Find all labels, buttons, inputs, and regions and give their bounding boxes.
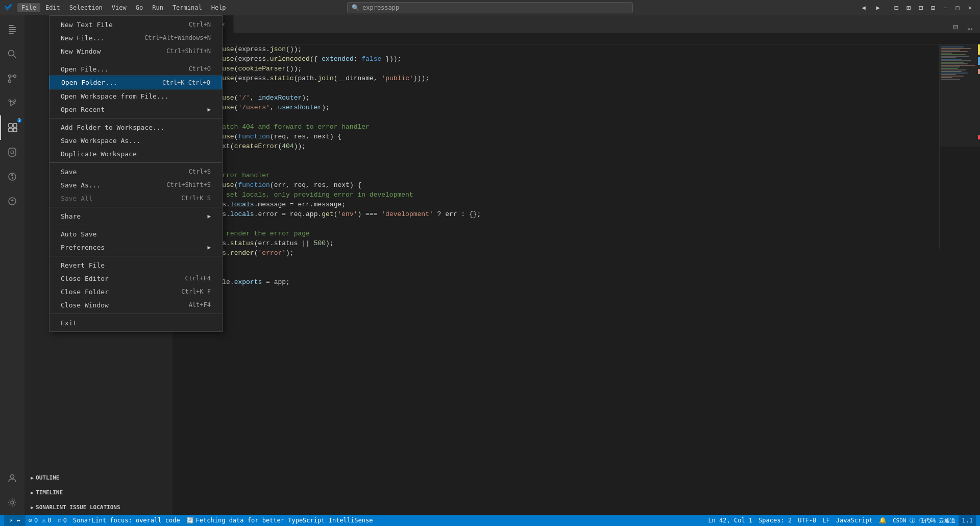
activity-source-control[interactable] (0, 66, 24, 91)
dropdown-item-save-workspace-as[interactable]: Save Workspace As... (50, 134, 222, 147)
menu-help[interactable]: Help (207, 3, 230, 12)
activity-run-debug[interactable] (0, 91, 24, 115)
fetching-status[interactable]: 🔄 Fetching data for better TypeScript In… (183, 515, 376, 526)
dropdown-item-revert-file[interactable]: Revert File (50, 258, 222, 272)
activity-search[interactable] (0, 42, 24, 66)
outline-header[interactable]: ▶ OUTLINE (24, 472, 173, 483)
code-content[interactable]: app.use(express.json());app.use(express.… (198, 44, 980, 515)
menu-edit[interactable]: Edit (41, 3, 64, 12)
dropdown-item-open-workspace[interactable]: Open Workspace from File... (50, 89, 222, 103)
menu-file[interactable]: File (17, 3, 40, 12)
language-status[interactable]: JavaScript (833, 515, 876, 526)
customize-layout-btn[interactable]: ⊡ (927, 4, 939, 11)
dropdown-item-shortcut-open-file: Ctrl+O (189, 65, 211, 73)
chevron-right-icon-2: ▶ (31, 490, 34, 495)
activity-extensions[interactable]: 3 (0, 115, 24, 140)
activity-remote-explorer[interactable] (0, 140, 24, 164)
dropdown-item-duplicate-workspace[interactable]: Duplicate Workspace (50, 147, 222, 160)
error-icon: ⊘ (29, 517, 32, 524)
dropdown-item-share[interactable]: Share▶ (50, 209, 222, 223)
encoding-status[interactable]: UTF-8 (795, 515, 819, 526)
minimize-btn[interactable]: — (939, 4, 951, 11)
token: locals (230, 201, 254, 208)
code-line-36: // render the error page (206, 229, 972, 238)
menu-view[interactable]: View (108, 3, 131, 12)
menu-run[interactable]: Run (148, 3, 167, 12)
token: (err, req, res, next) { (270, 181, 361, 189)
maximize-btn[interactable]: □ (951, 4, 964, 11)
token: use (222, 104, 234, 111)
timeline-header[interactable]: ▶ TIMELINE (24, 487, 173, 498)
dropdown-separator (50, 225, 222, 225)
activity-extra2[interactable] (0, 189, 24, 213)
token: // set locals, only providing error in d… (206, 191, 413, 199)
remote-icon: ⚡ ↔ (9, 517, 20, 524)
errors-status[interactable]: ⊘ 0 ⚠ 0 (26, 515, 55, 526)
menu-selection[interactable]: Selection (65, 3, 107, 12)
dropdown-item-preferences[interactable]: Preferences▶ (50, 241, 222, 254)
error-count: 0 (34, 517, 38, 524)
dropdown-item-new-window[interactable]: New WindowCtrl+Shift+N (50, 44, 222, 58)
dropdown-item-open-folder[interactable]: Open Folder...Ctrl+K Ctrl+O (50, 76, 222, 89)
more-actions-btn[interactable]: … (964, 20, 976, 33)
menu-go[interactable]: Go (132, 3, 147, 12)
code-line-35 (206, 219, 972, 229)
token: '/users' (238, 104, 270, 111)
corner-version[interactable]: 1.1 (959, 515, 976, 526)
token: ( (230, 142, 234, 150)
layout-btn[interactable]: ⊞ (902, 4, 915, 11)
dropdown-item-auto-save[interactable]: Auto Save (50, 227, 222, 241)
sidebar-bottom: ▶ OUTLINE ▶ TIMELINE ▶ SONARLINT ISSUE L… (24, 470, 173, 515)
sonar-warning-status[interactable]: ⚐ 0 (55, 515, 70, 526)
code-line-17: app.use(express.json()); (206, 44, 972, 54)
dropdown-item-exit[interactable]: Exit (50, 316, 222, 329)
layout2-btn[interactable]: ⊟ (915, 4, 927, 11)
token: (req, res, next) { (270, 133, 341, 140)
dropdown-item-close-folder[interactable]: Close FolderCtrl+K F (50, 285, 222, 298)
dropdown-item-close-window[interactable]: Close WindowAlt+F4 (50, 298, 222, 312)
sonar-header[interactable]: ▶ SONARLINT ISSUE LOCATIONS (24, 502, 173, 513)
sonar-focus-status[interactable]: SonarLint focus: overall code (70, 515, 183, 526)
dropdown-item-new-file[interactable]: New File...Ctrl+Alt+Windows+N (50, 31, 222, 44)
activity-extra1[interactable] (0, 164, 24, 189)
dropdown-item-save-as[interactable]: Save As...Ctrl+Shift+S (50, 178, 222, 192)
notifications-status[interactable]: 🔔 (876, 515, 890, 526)
dropdown-item-open-file[interactable]: Open File...Ctrl+O (50, 62, 222, 76)
title-search-bar[interactable]: 🔍 expressapp (347, 2, 633, 13)
dropdown-item-add-folder[interactable]: Add Folder to Workspace... (50, 121, 222, 134)
dropdown-item-save-all[interactable]: Save AllCtrl+K S (50, 192, 222, 205)
dropdown-item-open-recent[interactable]: Open Recent▶ (50, 103, 222, 116)
token: 'error' (258, 249, 286, 257)
close-btn[interactable]: ✕ (964, 4, 976, 11)
dropdown-item-close-editor[interactable]: Close EditorCtrl+F4 (50, 272, 222, 285)
split-editor-right-btn[interactable]: ⊟ (949, 20, 962, 33)
token: false (361, 55, 381, 63)
csdn-status[interactable]: CSDN ⓘ 低代码 云通道 (890, 515, 959, 526)
dropdown-item-shortcut-new-file: Ctrl+Alt+Windows+N (144, 34, 211, 41)
remote-status[interactable]: ⚡ ↔ (4, 515, 26, 526)
activity-settings[interactable] (0, 490, 24, 515)
split-editor-btn[interactable]: ⊟ (890, 4, 902, 11)
token: . (266, 75, 270, 82)
svg-point-11 (14, 100, 16, 102)
dropdown-item-shortcut-save: Ctrl+S (189, 168, 211, 175)
dropdown-item-save[interactable]: SaveCtrl+S (50, 165, 222, 178)
code-line-21 (206, 83, 972, 93)
nav-back-btn[interactable]: ◀ (857, 4, 870, 11)
line-col-status[interactable]: Ln 42, Col 1 (705, 515, 755, 526)
dropdown-item-new-text-file[interactable]: New Text FileCtrl+N (50, 18, 222, 31)
dropdown-item-label-new-window: New Window (61, 47, 158, 55)
title-bar: File Edit Selection View Go Run Terminal… (0, 0, 980, 15)
minimap (939, 44, 980, 249)
nav-forward-btn[interactable]: ▶ (872, 4, 884, 11)
activity-explorer[interactable] (0, 17, 24, 42)
token: })); (381, 55, 401, 63)
eol-status[interactable]: LF (819, 515, 832, 526)
token: use (222, 181, 234, 189)
spaces-status[interactable]: Spaces: 2 (755, 515, 795, 526)
dropdown-item-label-revert-file: Revert File (61, 261, 211, 269)
token: .error = req.app. (254, 210, 322, 218)
svg-rect-4 (9, 33, 14, 34)
menu-terminal[interactable]: Terminal (168, 3, 206, 12)
activity-accounts[interactable] (0, 466, 24, 490)
